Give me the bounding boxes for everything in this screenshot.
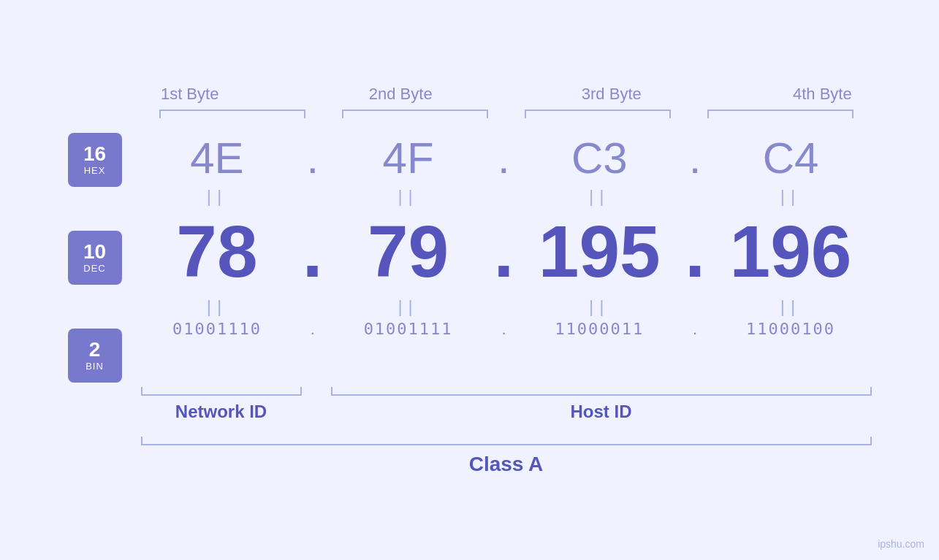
main-container: 1st Byte 2nd Byte 3rd Byte 4th Byte 16 H… (68, 85, 872, 476)
badges-column: 16 HEX 10 DEC 2 BIN (68, 133, 122, 383)
top-brackets-row (141, 110, 872, 118)
bin-dot-1: . (298, 320, 327, 339)
top-bracket-4 (707, 110, 854, 118)
content-area: 16 HEX 10 DEC 2 BIN 4E . 4F (68, 133, 872, 383)
hex-badge: 16 HEX (68, 133, 122, 187)
bin-badge-num: 2 (89, 339, 101, 361)
bin-badge: 2 BIN (68, 329, 122, 383)
hex-cell-3: C3 (519, 133, 680, 183)
equals-row-1: || || || || (137, 186, 872, 207)
bin-row: 01001110 . 01001111 . 11000011 . 1100010… (137, 320, 872, 339)
dec-dot-2: . (489, 210, 518, 294)
byte-labels-row: 1st Byte 2nd Byte 3rd Byte 4th Byte (104, 85, 908, 104)
hex-dot-1: . (298, 133, 327, 183)
top-bracket-3 (525, 110, 671, 118)
eq1-3: || (519, 186, 680, 207)
hex-cell-2: 4F (328, 133, 489, 183)
bin-cell-4: 11000100 (710, 320, 871, 338)
dec-cell-4: 196 (710, 215, 871, 288)
eq2-4: || (710, 296, 871, 317)
hex-cell-1: 4E (137, 133, 297, 183)
byte-label-1: 1st Byte (110, 85, 270, 104)
eq1-4: || (710, 186, 871, 207)
dec-dot-1: . (298, 210, 327, 294)
hex-dot-3: . (680, 133, 710, 183)
dec-dot-3: . (680, 210, 710, 294)
bottom-bracket-network (141, 387, 302, 396)
class-label: Class A (141, 453, 872, 476)
dec-badge-num: 10 (83, 241, 106, 264)
bottom-bracket-host (331, 387, 872, 396)
eq1-1: || (137, 186, 297, 207)
dec-row: 78 . 79 . 195 . 196 (137, 210, 872, 294)
byte-label-2: 2nd Byte (320, 85, 481, 104)
eq2-1: || (137, 296, 297, 317)
values-grid: 4E . 4F . C3 . C4 || || (137, 133, 872, 339)
dec-cell-1: 78 (137, 215, 297, 288)
hex-badge-num: 16 (83, 143, 106, 166)
hex-dot-2: . (489, 133, 518, 183)
network-id-label: Network ID (141, 402, 302, 422)
byte-label-3: 3rd Byte (531, 85, 692, 104)
watermark: ipshu.com (878, 538, 924, 550)
top-bracket-2 (342, 110, 488, 118)
hex-row: 4E . 4F . C3 . C4 (137, 133, 872, 183)
eq2-2: || (328, 296, 489, 317)
class-bracket (141, 437, 872, 445)
dec-badge-label: DEC (83, 263, 105, 274)
dec-badge: 10 DEC (68, 231, 122, 285)
bin-cell-2: 01001111 (328, 320, 489, 338)
class-section: Class A (141, 437, 872, 476)
bottom-brackets-row (141, 387, 872, 396)
host-id-label: Host ID (331, 402, 872, 422)
bin-cell-1: 01001110 (137, 320, 297, 338)
eq2-3: || (519, 296, 680, 317)
bin-cell-3: 11000011 (519, 320, 680, 338)
hex-badge-label: HEX (84, 165, 106, 176)
bottom-section: Network ID Host ID (141, 387, 872, 422)
bin-dot-2: . (489, 320, 518, 339)
bin-badge-label: BIN (85, 361, 104, 372)
top-bracket-1 (159, 110, 305, 118)
dec-cell-3: 195 (519, 215, 680, 288)
eq1-2: || (328, 186, 489, 207)
equals-row-2: || || || || (137, 296, 872, 317)
bottom-labels-row: Network ID Host ID (141, 402, 872, 422)
byte-label-4: 4th Byte (742, 85, 902, 104)
hex-cell-4: C4 (710, 133, 871, 183)
dec-cell-2: 79 (328, 215, 489, 288)
bin-dot-3: . (680, 320, 710, 339)
